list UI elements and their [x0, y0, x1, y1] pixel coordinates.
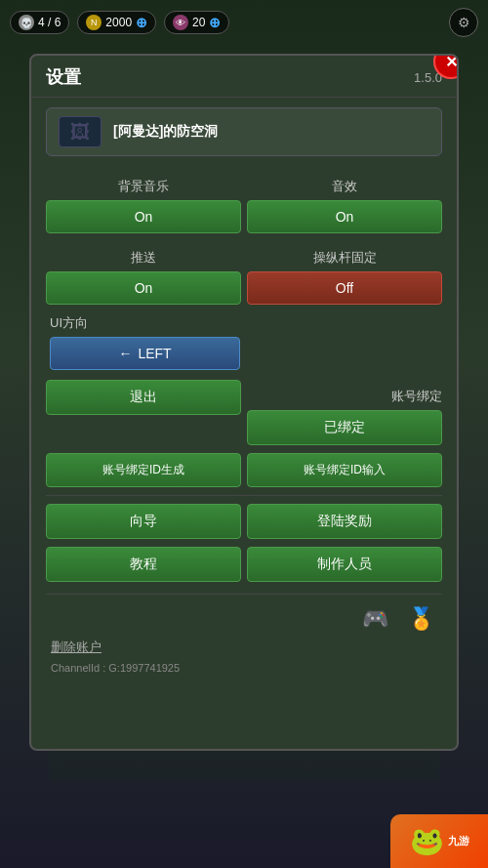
bound-col: 账号绑定 已绑定 — [247, 380, 442, 447]
gen-id-col: 账号绑定ID生成 — [46, 453, 241, 489]
credits-col: 制作人员 — [247, 547, 442, 584]
guide-reward-row: 向导 登陆奖励 — [46, 504, 442, 541]
settings-header: 设置 1.5.0 — [31, 56, 457, 98]
guide-button[interactable]: 向导 — [46, 504, 241, 539]
gamepad-icon[interactable]: 🎮 — [362, 606, 388, 632]
bottom-icons-row: 🎮 🏅 — [46, 599, 442, 636]
currency1-plus[interactable]: ⊕ — [136, 15, 147, 30]
input-id-col: 账号绑定ID输入 — [247, 453, 442, 489]
ui-direction-label: UI方向 — [50, 314, 442, 332]
bound-button[interactable]: 已绑定 — [247, 410, 442, 445]
bg-music-button[interactable]: On — [46, 200, 241, 233]
account-bind-label: 账号绑定 — [247, 388, 442, 405]
currency2-value: 20 — [192, 16, 205, 29]
credits-button[interactable]: 制作人员 — [247, 547, 442, 582]
recommend-button[interactable]: On — [46, 271, 241, 305]
currency2-display: 👁 20 ⊕ — [164, 11, 229, 34]
gen-id-button[interactable]: 账号绑定ID生成 — [46, 453, 241, 487]
logout-col: 退出 — [46, 380, 241, 447]
brand-area: 🐸 九游 — [390, 814, 488, 868]
currency2-icon: 👁 — [173, 15, 188, 30]
lives-value: 4 / 6 — [38, 16, 61, 29]
profile-thumbnail: 🖼 — [59, 116, 102, 147]
recommend-col: 推送 On — [46, 241, 241, 307]
tutorial-col: 教程 — [46, 547, 241, 584]
close-icon: ✕ — [445, 54, 458, 71]
account-bind-row1: 退出 账号绑定 已绑定 — [46, 380, 442, 447]
input-id-button[interactable]: 账号绑定ID输入 — [247, 453, 442, 487]
currency1-icon: N — [86, 15, 102, 30]
currency1-display: N 2000 ⊕ — [77, 11, 156, 34]
guide-col: 向导 — [46, 504, 241, 541]
brand-name: 九游 — [448, 834, 469, 848]
divider1 — [46, 495, 442, 496]
hud-settings-button[interactable]: ⚙ — [449, 8, 478, 37]
logout-button[interactable]: 退出 — [46, 380, 241, 415]
recommend-joystick-row: 推送 On 操纵杆固定 Off — [46, 241, 442, 307]
settings-title: 设置 — [46, 65, 81, 89]
joystick-button[interactable]: Off — [247, 271, 442, 305]
currency1-value: 2000 — [105, 16, 132, 29]
channel-id-row: ChannelId : G:1997741925 — [46, 658, 442, 676]
bg-music-col: 背景音乐 On — [46, 170, 241, 235]
account-bind-section: 退出 账号绑定 已绑定 账号绑定ID生成 账号绑定ID输入 — [46, 380, 442, 489]
ui-direction-button[interactable]: ← LEFT — [50, 337, 240, 370]
thumbnail-icon: 🖼 — [70, 121, 90, 144]
ui-direction-value: LEFT — [138, 346, 171, 361]
gear-icon: ⚙ — [458, 15, 470, 30]
login-reward-button[interactable]: 登陆奖励 — [247, 504, 442, 539]
delete-account-label[interactable]: 删除账户 — [46, 640, 102, 654]
currency2-plus[interactable]: ⊕ — [209, 15, 221, 30]
sound-effect-label: 音效 — [247, 178, 442, 195]
tutorial-button[interactable]: 教程 — [46, 547, 241, 582]
audio-settings-row: 背景音乐 On 音效 On — [46, 170, 442, 235]
left-arrow-icon: ← — [118, 346, 132, 361]
recommend-label: 推送 — [46, 249, 241, 267]
ui-direction-section: UI方向 ← LEFT — [46, 314, 442, 370]
account-bind-row2: 账号绑定ID生成 账号绑定ID输入 — [46, 453, 442, 489]
sound-effect-col: 音效 On — [247, 170, 442, 235]
hud-bar: 💀 4 / 6 N 2000 ⊕ 👁 20 ⊕ ⚙ — [0, 8, 488, 37]
lives-display: 💀 4 / 6 — [10, 11, 69, 34]
profile-row: 🖼 [阿曼达]的防空洞 — [46, 107, 442, 156]
settings-body: 🖼 [阿曼达]的防空洞 背景音乐 On 音效 On 推送 On — [31, 98, 457, 742]
achievement-icon[interactable]: 🏅 — [408, 606, 434, 632]
delete-account-row: 删除账户 — [46, 636, 442, 658]
tutorial-credits-row: 教程 制作人员 — [46, 547, 442, 584]
settings-panel: ✕ 设置 1.5.0 🖼 [阿曼达]的防空洞 背景音乐 On — [29, 54, 459, 751]
joystick-label: 操纵杆固定 — [247, 249, 442, 267]
channel-id-label: ChannelId : G:1997741925 — [46, 662, 180, 674]
joystick-col: 操纵杆固定 Off — [247, 241, 442, 307]
brand-mascot: 🐸 — [410, 825, 444, 857]
bg-music-label: 背景音乐 — [46, 178, 241, 195]
divider2 — [46, 594, 442, 595]
login-reward-col: 登陆奖励 — [247, 504, 442, 541]
profile-name: [阿曼达]的防空洞 — [113, 123, 218, 141]
lives-icon: 💀 — [19, 15, 34, 30]
sound-effect-button[interactable]: On — [247, 200, 442, 233]
